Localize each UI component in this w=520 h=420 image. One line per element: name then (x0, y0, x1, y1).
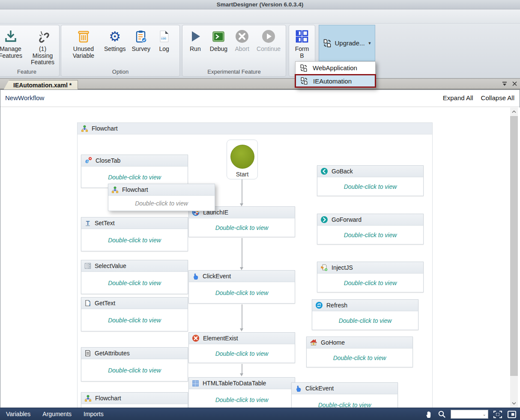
activity-title: GetText (95, 300, 115, 307)
close-icon[interactable] (512, 81, 517, 86)
activity-elementexist[interactable]: ElementExist Double-click to view (188, 332, 295, 363)
tab-ieautomation-xaml[interactable]: IEAutomation.xaml * (3, 80, 78, 90)
workflow-designer-panel: NewWorkflow Expand All Collapse All (0, 89, 520, 408)
imports-tab[interactable]: Imports (78, 408, 110, 420)
survey-clipboard-icon (133, 29, 149, 44)
flow-arrow (240, 364, 244, 376)
variables-tab[interactable]: Variables (0, 408, 36, 420)
arguments-label: Arguments (42, 411, 72, 417)
run-button[interactable]: Run (185, 28, 205, 54)
activity-closetab[interactable]: e CloseTab Double-click to view (81, 155, 188, 188)
fit-to-screen-icon[interactable] (493, 410, 502, 419)
activity-hint[interactable]: Double-click to view (215, 289, 269, 296)
flow-arrow (240, 238, 244, 270)
unused-variable-button[interactable]: Unused Variable (67, 28, 100, 60)
activity-hint[interactable]: Double-click to view (108, 367, 161, 374)
settings-label: Settings (104, 46, 126, 53)
log-file-icon: LOG (156, 29, 172, 44)
activity-hint[interactable]: Double-click to view (344, 183, 397, 190)
group-label-feature: Feature (0, 69, 59, 75)
upgrade-label: Upgrade... (335, 39, 365, 47)
activity-hint[interactable]: Double-click to view (108, 237, 161, 244)
activity-hint[interactable]: Double-click to view (339, 317, 392, 324)
gear-icon: ⚙ (107, 29, 123, 44)
designer-canvas[interactable]: Flowchart Start e (1, 107, 520, 408)
upgrade-dropdown-menu: WebApplication IEAutomation (295, 61, 376, 88)
activity-settext[interactable]: T SetText Double-click to view (81, 217, 188, 251)
run-icon (188, 29, 203, 44)
activity-hint[interactable]: Double-click to view (215, 224, 269, 231)
menu-item-ieautomation[interactable]: IEAutomation (295, 74, 376, 88)
overview-minimap-icon[interactable] (507, 410, 517, 419)
upgrade-button[interactable]: Upgrade... ▼ (319, 25, 375, 61)
activity-flowchart-floating[interactable]: Flowchart Double-click to view (108, 184, 215, 211)
continue-button[interactable]: Continue (254, 28, 283, 54)
activity-getattributes[interactable]: GetAttributes Double-click to view (81, 347, 188, 381)
missing-features-button[interactable]: (1) Missing Features (27, 28, 59, 67)
activity-gohome[interactable]: GoHome Double-click to view (306, 337, 413, 367)
document-corner-icon (84, 300, 91, 307)
scrollbar-thumb[interactable] (510, 116, 518, 376)
convert-documents-icon (299, 64, 308, 72)
activity-htmltabletodatatable[interactable]: HTMLTableToDataTable Double-click to vie… (188, 377, 295, 408)
chevron-down-icon: ⌄ (483, 412, 486, 417)
activity-hint[interactable]: Double-click to view (344, 232, 397, 238)
activity-hint[interactable]: Double-click to view (108, 317, 161, 324)
group-label-option: Option (61, 69, 179, 75)
activity-hint[interactable]: Double-click to view (344, 280, 397, 286)
activity-title: SelectValue (95, 262, 126, 269)
activity-injectjs[interactable]: InjectJS Double-click to view (317, 262, 424, 292)
scroll-down-button[interactable] (510, 399, 518, 408)
convert-documents-icon (323, 39, 332, 48)
activity-title: SetText (95, 220, 115, 226)
ribbon-group-option: Unused Variable ⚙ Settings Survey (61, 25, 180, 77)
arguments-tab[interactable]: Arguments (36, 408, 78, 420)
survey-button[interactable]: Survey (130, 28, 153, 54)
abort-button[interactable]: Abort (232, 28, 252, 54)
collapse-all-link[interactable]: Collapse All (481, 94, 514, 101)
activity-goforward[interactable]: GoForward Double-click to view (317, 214, 424, 244)
pan-hand-icon[interactable] (424, 410, 433, 419)
activity-gettext[interactable]: GetText Double-click to view (81, 297, 188, 331)
activity-flowchart-bottom[interactable]: Flowchart Double-click to view (81, 392, 188, 408)
red-x-circle-icon (192, 334, 200, 342)
trash-icon (76, 29, 91, 44)
flowchart-icon (81, 125, 88, 132)
convert-documents-icon (300, 77, 308, 85)
window-title: SmartDesigner (Version 6.0.3.4) (217, 1, 304, 8)
activity-title: Refresh (326, 302, 347, 309)
form-builder-button[interactable]: Form B (292, 28, 312, 60)
activity-hint[interactable]: Double-click to view (333, 354, 386, 361)
settings-button[interactable]: ⚙ Settings (102, 28, 128, 54)
tab-label: IEAutomation.xaml * (13, 82, 72, 89)
activity-hint[interactable]: Double-click to view (108, 280, 161, 286)
activity-hint[interactable]: Double-click to view (318, 402, 371, 408)
table-grid-icon (192, 380, 199, 387)
zoom-level-combobox[interactable]: ⌄ (451, 410, 488, 419)
activity-clickevent-2[interactable]: ClickEvent Double-click to view (291, 382, 398, 408)
breadcrumb[interactable]: NewWorkflow (5, 94, 44, 101)
start-node[interactable]: Start (227, 140, 258, 179)
activity-title: ClickEvent (305, 385, 334, 392)
expand-all-link[interactable]: Expand All (443, 94, 473, 101)
menu-item-webapplication[interactable]: WebApplication (296, 62, 375, 74)
manage-features-button[interactable]: Manage Features (0, 28, 27, 60)
activity-hint[interactable]: Double-click to view (108, 174, 161, 181)
zoom-magnifier-icon[interactable] (438, 410, 446, 418)
vertical-scrollbar[interactable] (510, 107, 518, 408)
activity-hint[interactable]: Double-click to view (215, 350, 269, 357)
debug-button[interactable]: Debug (208, 28, 230, 54)
broken-link-icon (35, 29, 51, 44)
log-button[interactable]: LOG Log (154, 28, 174, 54)
continue-icon (261, 29, 276, 44)
activity-hint[interactable]: Double-click to view (135, 200, 188, 207)
activity-selectvalue[interactable]: SelectValue Double-click to view (81, 260, 188, 294)
manage-features-label: Manage Features (0, 46, 24, 59)
activity-goback[interactable]: GoBack Double-click to view (317, 165, 424, 196)
activity-refresh[interactable]: Refresh Double-click to view (312, 299, 418, 330)
scroll-up-button[interactable] (510, 107, 518, 116)
activity-clickevent[interactable]: ClickEvent Double-click to view (188, 270, 295, 304)
ie-closetab-icon: e (84, 157, 92, 164)
activity-hint[interactable]: Double-click to view (215, 396, 269, 403)
window-position-icon[interactable] (502, 81, 508, 86)
